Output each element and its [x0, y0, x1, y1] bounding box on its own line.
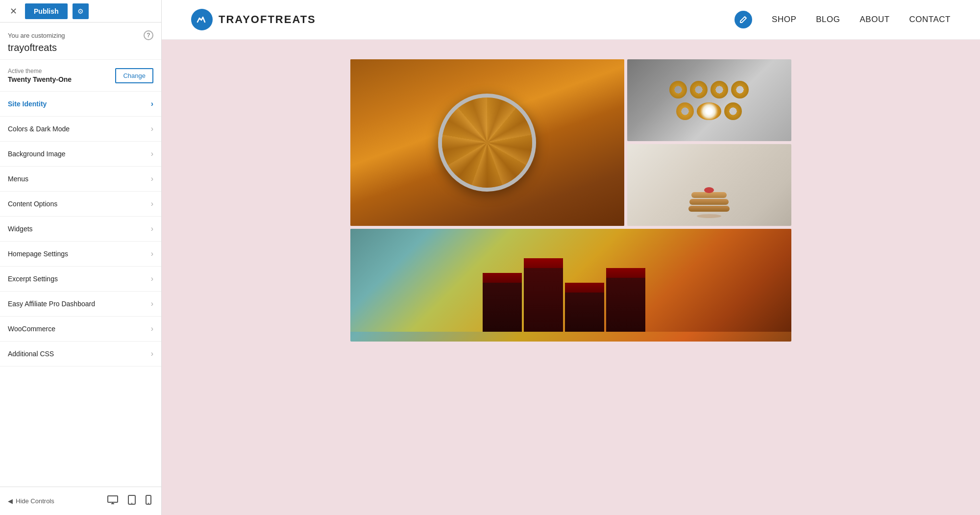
- nav-link-shop[interactable]: SHOP: [772, 15, 796, 25]
- preview-header: TRAYOFTREATS SHOP BLOG ABOUT CONTACT: [162, 0, 980, 40]
- nav-area: SHOP BLOG ABOUT CONTACT: [735, 11, 951, 28]
- right-column: [627, 59, 791, 226]
- customizing-section: You are customizing ? trayoftreats: [0, 23, 161, 60]
- sidebar: ✕ Publish ⚙ You are customizing ? trayof…: [0, 0, 162, 515]
- menu-item-affiliate[interactable]: Easy Affiliate Pro Dashboard ›: [0, 292, 161, 317]
- chevron-right-icon: ›: [151, 299, 153, 308]
- site-logo: TRAYOFTREATS: [191, 9, 316, 30]
- nav-link-about[interactable]: ABOUT: [860, 15, 890, 25]
- menu-item-css[interactable]: Additional CSS ›: [0, 342, 161, 367]
- hide-controls-label: Hide Controls: [16, 497, 54, 505]
- close-button[interactable]: ✕: [6, 4, 21, 19]
- chevron-right-icon: ›: [151, 224, 153, 233]
- nav-link-contact[interactable]: CONTACT: [909, 15, 951, 25]
- tablet-view-button[interactable]: [126, 493, 138, 509]
- help-icon[interactable]: ?: [144, 30, 153, 40]
- menu-item-label: Colors & Dark Mode: [8, 125, 70, 133]
- site-name: trayoftreats: [8, 42, 153, 53]
- menu-item-colors[interactable]: Colors & Dark Mode ›: [0, 117, 161, 142]
- menu-item-label: Excerpt Settings: [8, 275, 58, 283]
- nav-links: SHOP BLOG ABOUT CONTACT: [772, 15, 951, 25]
- menu-item-label: Homepage Settings: [8, 250, 68, 258]
- food-image-pancakes: [627, 144, 791, 226]
- menu-item-label: Content Options: [8, 200, 57, 208]
- menu-item-excerpt[interactable]: Excerpt Settings ›: [0, 267, 161, 292]
- desktop-view-button[interactable]: [105, 493, 120, 509]
- hide-controls-button[interactable]: ◀ Hide Controls: [8, 497, 54, 505]
- publish-button[interactable]: Publish: [25, 3, 68, 19]
- change-theme-button[interactable]: Change: [115, 68, 153, 83]
- arrow-left-icon: ◀: [8, 497, 13, 505]
- theme-name: Twenty Twenty-One: [8, 75, 72, 83]
- menu-item-label: Widgets: [8, 225, 33, 233]
- chevron-right-icon: ›: [151, 99, 153, 108]
- menu-item-label: Menus: [8, 175, 28, 183]
- nav-edit-icon[interactable]: [735, 11, 752, 28]
- chevron-right-icon: ›: [151, 249, 153, 258]
- chevron-right-icon: ›: [151, 199, 153, 208]
- menu-item-label: Easy Affiliate Pro Dashboard: [8, 300, 95, 308]
- logo-icon: [191, 9, 213, 30]
- menu-items: Site Identity › Colors & Dark Mode › Bac…: [0, 92, 161, 487]
- mobile-view-button[interactable]: [144, 493, 153, 509]
- active-theme-label: Active theme: [8, 68, 72, 74]
- menu-item-site-identity[interactable]: Site Identity ›: [0, 92, 161, 117]
- menu-item-widgets[interactable]: Widgets ›: [0, 217, 161, 242]
- menu-item-label: Site Identity: [8, 100, 47, 108]
- chevron-right-icon: ›: [151, 149, 153, 158]
- food-image-chocolate-cake: [350, 229, 791, 342]
- svg-point-6: [148, 503, 149, 504]
- active-theme-section: Active theme Twenty Twenty-One Change: [0, 60, 161, 92]
- food-grid: [350, 59, 791, 342]
- sidebar-header: ✕ Publish ⚙: [0, 0, 161, 23]
- nav-link-blog[interactable]: BLOG: [816, 15, 840, 25]
- customizing-label: You are customizing: [8, 32, 65, 39]
- svg-point-4: [131, 503, 132, 504]
- menu-item-homepage[interactable]: Homepage Settings ›: [0, 242, 161, 267]
- menu-item-menus[interactable]: Menus ›: [0, 167, 161, 192]
- chevron-right-icon: ›: [151, 124, 153, 133]
- food-image-donuts: [627, 59, 791, 141]
- menu-item-label: Background Image: [8, 150, 66, 158]
- menu-item-label: WooCommerce: [8, 325, 55, 333]
- chevron-right-icon: ›: [151, 274, 153, 283]
- preview-area: TRAYOFTREATS SHOP BLOG ABOUT CONTACT: [162, 0, 980, 515]
- menu-item-woocommerce[interactable]: WooCommerce ›: [0, 317, 161, 342]
- site-title: TRAYOFTREATS: [219, 13, 316, 26]
- settings-button[interactable]: ⚙: [73, 3, 89, 19]
- menu-item-background[interactable]: Background Image ›: [0, 142, 161, 167]
- preview-content: [162, 40, 980, 361]
- menu-item-content-options[interactable]: Content Options ›: [0, 192, 161, 217]
- chevron-right-icon: ›: [151, 349, 153, 358]
- view-icons: [105, 493, 153, 509]
- chevron-right-icon: ›: [151, 174, 153, 183]
- sidebar-footer: ◀ Hide Controls: [0, 487, 161, 515]
- food-image-main-pie: [350, 59, 624, 226]
- menu-item-label: Additional CSS: [8, 350, 54, 358]
- chevron-right-icon: ›: [151, 324, 153, 333]
- svg-rect-0: [108, 496, 118, 502]
